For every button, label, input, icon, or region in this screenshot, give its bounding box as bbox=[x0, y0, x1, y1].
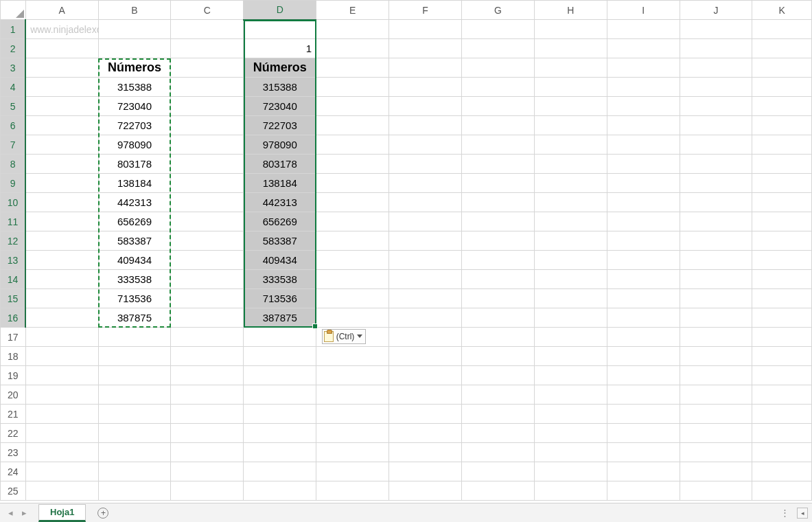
cell-D19[interactable] bbox=[244, 366, 316, 385]
cell-K3[interactable] bbox=[752, 58, 812, 78]
cell-B4[interactable]: 315388 bbox=[98, 78, 171, 97]
cell-B12[interactable]: 583387 bbox=[98, 231, 171, 251]
cell-B8[interactable]: 803178 bbox=[98, 155, 171, 174]
cell-B7[interactable]: 978090 bbox=[98, 135, 171, 155]
cell-D20[interactable] bbox=[244, 385, 316, 405]
cell-K23[interactable] bbox=[752, 443, 812, 462]
cell-C10[interactable] bbox=[171, 193, 244, 212]
cell-E4[interactable] bbox=[316, 78, 389, 97]
row-header-18[interactable]: 18 bbox=[1, 347, 26, 366]
cell-E15[interactable] bbox=[316, 289, 389, 308]
cell-I1[interactable] bbox=[607, 20, 680, 39]
cell-B21[interactable] bbox=[98, 405, 171, 424]
cell-J10[interactable] bbox=[680, 193, 752, 212]
cell-I5[interactable] bbox=[607, 97, 680, 116]
row-header-16[interactable]: 16 bbox=[1, 308, 26, 328]
cell-G4[interactable] bbox=[461, 78, 534, 97]
cell-K6[interactable] bbox=[752, 116, 812, 135]
column-header-G[interactable]: G bbox=[461, 1, 534, 20]
cell-C16[interactable] bbox=[171, 308, 244, 328]
cell-J9[interactable] bbox=[680, 174, 752, 193]
cell-A9[interactable] bbox=[25, 174, 98, 193]
row-header-11[interactable]: 11 bbox=[1, 212, 26, 231]
cell-J11[interactable] bbox=[680, 212, 752, 231]
cell-J16[interactable] bbox=[680, 308, 752, 328]
cell-C19[interactable] bbox=[171, 366, 244, 385]
cell-I11[interactable] bbox=[607, 212, 680, 231]
cell-E11[interactable] bbox=[316, 212, 389, 231]
cell-D7[interactable]: 978090 bbox=[244, 135, 316, 155]
cell-I13[interactable] bbox=[607, 251, 680, 270]
cell-E24[interactable] bbox=[316, 462, 389, 481]
cell-C17[interactable] bbox=[171, 328, 244, 347]
cell-I10[interactable] bbox=[607, 193, 680, 212]
row-header-4[interactable]: 4 bbox=[1, 78, 26, 97]
cell-B10[interactable]: 442313 bbox=[98, 193, 171, 212]
cell-H15[interactable] bbox=[534, 289, 607, 308]
cell-G11[interactable] bbox=[461, 212, 534, 231]
hscroll-left-button[interactable]: ◂ bbox=[797, 508, 808, 519]
cell-F10[interactable] bbox=[389, 193, 462, 212]
cell-C13[interactable] bbox=[171, 251, 244, 270]
cell-G9[interactable] bbox=[461, 174, 534, 193]
row-header-8[interactable]: 8 bbox=[1, 155, 26, 174]
cell-A25[interactable] bbox=[25, 481, 98, 501]
cell-B9[interactable]: 138184 bbox=[98, 174, 171, 193]
column-header-E[interactable]: E bbox=[316, 1, 389, 20]
cell-K20[interactable] bbox=[752, 385, 812, 405]
cell-D23[interactable] bbox=[244, 443, 316, 462]
cell-G12[interactable] bbox=[461, 231, 534, 251]
tabbar-options-icon[interactable]: ⋮ bbox=[780, 508, 790, 518]
cell-A3[interactable] bbox=[25, 58, 98, 78]
cell-H18[interactable] bbox=[534, 347, 607, 366]
cell-C25[interactable] bbox=[171, 481, 244, 501]
cell-I15[interactable] bbox=[607, 289, 680, 308]
cell-F24[interactable] bbox=[389, 462, 462, 481]
cell-B15[interactable]: 713536 bbox=[98, 289, 171, 308]
cell-H16[interactable] bbox=[534, 308, 607, 328]
cell-G21[interactable] bbox=[461, 405, 534, 424]
cell-H10[interactable] bbox=[534, 193, 607, 212]
row-header-25[interactable]: 25 bbox=[1, 481, 26, 501]
cell-I16[interactable] bbox=[607, 308, 680, 328]
cell-F3[interactable] bbox=[389, 58, 462, 78]
cell-C8[interactable] bbox=[171, 155, 244, 174]
cell-H3[interactable] bbox=[534, 58, 607, 78]
cell-A21[interactable] bbox=[25, 405, 98, 424]
cell-J21[interactable] bbox=[680, 405, 752, 424]
cell-H13[interactable] bbox=[534, 251, 607, 270]
cell-C18[interactable] bbox=[171, 347, 244, 366]
cell-F2[interactable] bbox=[389, 39, 462, 58]
cell-F13[interactable] bbox=[389, 251, 462, 270]
cell-K14[interactable] bbox=[752, 270, 812, 289]
cell-I18[interactable] bbox=[607, 347, 680, 366]
cell-J17[interactable] bbox=[680, 328, 752, 347]
cell-E13[interactable] bbox=[316, 251, 389, 270]
cell-K8[interactable] bbox=[752, 155, 812, 174]
row-header-21[interactable]: 21 bbox=[1, 405, 26, 424]
cell-G17[interactable] bbox=[461, 328, 534, 347]
cell-A8[interactable] bbox=[25, 155, 98, 174]
cell-K13[interactable] bbox=[752, 251, 812, 270]
cell-E14[interactable] bbox=[316, 270, 389, 289]
cell-E9[interactable] bbox=[316, 174, 389, 193]
cell-B22[interactable] bbox=[98, 424, 171, 443]
column-header-K[interactable]: K bbox=[752, 1, 812, 20]
cell-J18[interactable] bbox=[680, 347, 752, 366]
column-header-H[interactable]: H bbox=[534, 1, 607, 20]
row-header-14[interactable]: 14 bbox=[1, 270, 26, 289]
cell-C14[interactable] bbox=[171, 270, 244, 289]
cell-I20[interactable] bbox=[607, 385, 680, 405]
cell-I25[interactable] bbox=[607, 481, 680, 501]
cell-I8[interactable] bbox=[607, 155, 680, 174]
cell-K25[interactable] bbox=[752, 481, 812, 501]
cell-H2[interactable] bbox=[534, 39, 607, 58]
cell-K15[interactable] bbox=[752, 289, 812, 308]
cell-D24[interactable] bbox=[244, 462, 316, 481]
cell-F1[interactable] bbox=[389, 20, 462, 39]
cell-A15[interactable] bbox=[25, 289, 98, 308]
cell-B1[interactable] bbox=[98, 20, 171, 39]
cell-D11[interactable]: 656269 bbox=[244, 212, 316, 231]
cell-F23[interactable] bbox=[389, 443, 462, 462]
cell-B23[interactable] bbox=[98, 443, 171, 462]
